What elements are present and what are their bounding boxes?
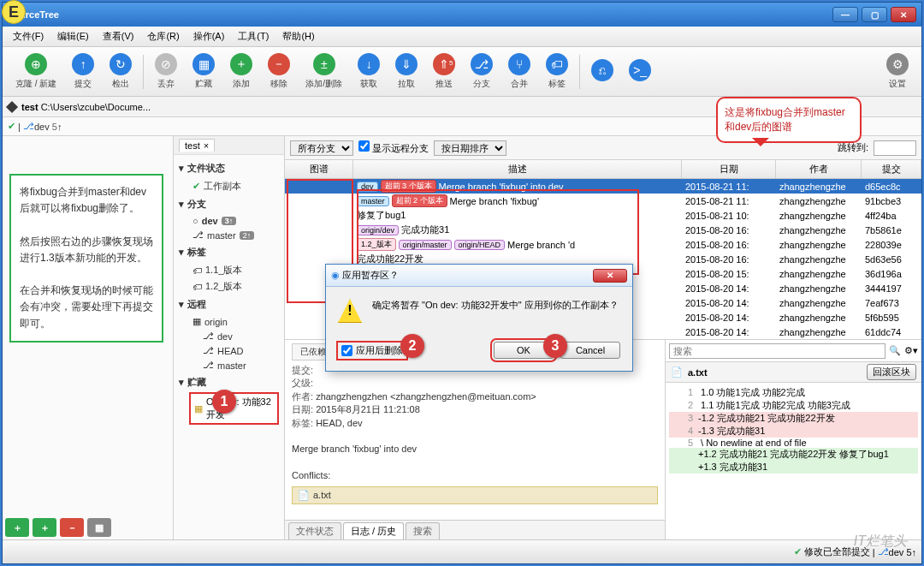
branch-icon: ○ (192, 216, 198, 226)
check-icon: ✔ (192, 181, 200, 192)
tree-origin-dev[interactable]: ⎇dev (179, 329, 279, 343)
conflict-file[interactable]: 📄a.txt (292, 486, 658, 504)
branch-icon: ⎇ (203, 331, 214, 342)
delete-after-apply-checkbox[interactable]: 应用后删除 (338, 343, 406, 359)
col-author[interactable]: 作者 (776, 160, 862, 178)
diff-pane: 🔍 ⚙▾ 📄 a.txt 回滚区块 1 1.0 功能1完成 功能2完成2 1.1… (665, 339, 921, 539)
col-date[interactable]: 日期 (682, 160, 776, 178)
tree-tag-11[interactable]: 🏷1.1_版本 (179, 262, 279, 278)
toolbar-克隆 / 新建[interactable]: ⊕克隆 / 新建 (8, 53, 64, 90)
annotation-callout: 这是将fixbug合并到master和dev后的图谱 (716, 97, 862, 143)
remove-repo-button[interactable]: － (60, 518, 84, 537)
tree-tags[interactable]: ▾ 标签 (179, 242, 279, 262)
tree-filestate[interactable]: ▾ 文件状态 (179, 158, 279, 178)
search-icon[interactable]: 🔍 (889, 345, 901, 356)
col-desc[interactable]: 描述 (353, 160, 682, 178)
current-branch: dev (34, 122, 50, 132)
commit-row[interactable]: origin/dev 完成功能312015-08-20 16:zhangzhen… (285, 223, 921, 237)
tree-tag-12[interactable]: 🏷1.2_版本 (179, 278, 279, 295)
commit-row[interactable]: dev超前 3 个版本 Merge branch 'fixbug' into d… (285, 179, 921, 194)
toolbar- [interactable]: ⎌ (583, 59, 621, 84)
menu-item[interactable]: 工具(T) (231, 30, 275, 43)
close-tab-icon[interactable]: × (204, 140, 209, 151)
tag-icon: 🏷 (192, 282, 202, 292)
annotation-number-1: 1 (212, 390, 236, 414)
close-button[interactable]: ✕ (891, 7, 916, 22)
show-remote-checkbox[interactable]: 显示远程分支 (358, 140, 429, 155)
tree-origin-head[interactable]: ⎇HEAD (179, 343, 279, 358)
toolbar-移除[interactable]: －移除 (260, 53, 298, 90)
repo-tabs: test× (174, 136, 284, 155)
warning-icon (338, 299, 362, 323)
folder-button[interactable]: ▦ (87, 518, 111, 537)
statusbar: ✔ 修改已全部提交 | ⎇ dev 5↑ (3, 539, 921, 563)
tree-branch-dev[interactable]: ○dev 3↑ (179, 214, 279, 228)
footer-tab[interactable]: 文件状态 (288, 522, 341, 539)
add-repo-button[interactable]: ＋ (5, 518, 29, 537)
file-icon: 📄 (671, 366, 683, 378)
dialog-message: 确定将暂存 "On dev: 功能32开发中" 应用到你的工作副本？ (372, 299, 620, 323)
footer-tab[interactable]: 日志 / 历史 (343, 522, 404, 539)
repo-path: C:\Users\zcube\Docume... (41, 102, 151, 112)
menu-item[interactable]: 操作(A) (187, 30, 232, 43)
search-input[interactable] (669, 343, 886, 359)
gear-icon[interactable]: ⚙▾ (904, 345, 918, 356)
commit-row[interactable]: master超前 2 个版本 Merge branch 'fixbug'2015… (285, 194, 921, 208)
toolbar-丢弃[interactable]: ⊘丢弃 (147, 53, 185, 90)
toolbar-获取[interactable]: ↓获取 (350, 53, 388, 90)
tree-workcopy[interactable]: ✔工作副本 (179, 178, 279, 194)
jump-label: 跳转到: (838, 141, 868, 154)
status-ok-icon: ✔ (794, 546, 802, 557)
toolbar-推送[interactable]: ⇑5推送 (425, 53, 463, 90)
menu-item[interactable]: 查看(V) (96, 30, 141, 43)
add-repo-button-2[interactable]: ＋ (33, 518, 56, 537)
toolbar-检出[interactable]: ↻检出 (102, 53, 139, 90)
tree-remote[interactable]: ▾ 远程 (179, 295, 279, 314)
commit-row[interactable]: 1.2_版本origin/masterorigin/HEAD Merge bra… (285, 237, 921, 252)
menu-item[interactable]: 编辑(E) (50, 30, 96, 43)
toolbar-添加/删除[interactable]: ±添加/删除 (298, 53, 350, 90)
toolbar-分支[interactable]: ⎇分支 (463, 53, 500, 90)
toolbar- [interactable]: >_ (621, 59, 659, 84)
dialog-icon: ◉ (331, 270, 340, 281)
toolbar-提交[interactable]: ↑提交 (64, 53, 102, 90)
toolbar-合并[interactable]: ⑂合并 (500, 53, 538, 90)
branch-filter-select[interactable]: 所有分支 (290, 140, 353, 156)
tag-icon: 🏷 (192, 265, 202, 276)
jump-input[interactable] (874, 140, 916, 156)
toolbar-拉取[interactable]: ⇓拉取 (388, 53, 425, 90)
revert-hunk-button[interactable]: 回滚区块 (867, 364, 916, 380)
col-graph[interactable]: 图谱 (285, 160, 353, 178)
menu-item[interactable]: 仓库(R) (140, 30, 186, 43)
minimize-button[interactable]: — (832, 7, 858, 22)
toolbar: ⊕克隆 / 新建↑提交↻检出⊘丢弃▦贮藏＋添加－移除±添加/删除↓获取⇓拉取⇑5… (3, 47, 921, 97)
file-icon: 📄 (298, 489, 310, 502)
watermark: IT烂笔头 (854, 533, 907, 551)
menu-item[interactable]: 文件(F) (6, 30, 50, 43)
branch-icon: ⎇ (192, 229, 204, 241)
dialog-close-button[interactable]: ✕ (593, 269, 627, 283)
tree-branches[interactable]: ▾ 分支 (179, 194, 279, 214)
toolbar-设置[interactable]: ⚙设置 (879, 53, 916, 90)
footer-tab[interactable]: 搜索 (406, 522, 440, 539)
maximize-button[interactable]: ▢ (862, 7, 887, 22)
tree-branch-master[interactable]: ⎇master 2↑ (179, 228, 279, 242)
toolbar-贮藏[interactable]: ▦贮藏 (185, 53, 222, 90)
cancel-button[interactable]: Cancel (560, 342, 620, 359)
toolbar-标签[interactable]: 🏷标签 (538, 53, 576, 90)
commit-labels: HEAD, dev (316, 418, 362, 428)
titlebar[interactable]: SourceTree — ▢ ✕ (3, 3, 921, 27)
commit-row[interactable]: 修复了bug12015-08-21 10:zhangzhengzhe4ff24b… (285, 208, 921, 223)
col-commit[interactable]: 提交 (862, 160, 921, 178)
tree-stash[interactable]: ▾ 贮藏 (179, 372, 279, 392)
repo-tab-test[interactable]: test× (179, 139, 215, 152)
sort-select[interactable]: 按日期排序 (434, 140, 506, 156)
toolbar-添加[interactable]: ＋添加 (222, 53, 260, 90)
tree-origin-master[interactable]: ⎇master (179, 358, 279, 372)
status-ok-icon: ✔ (8, 121, 15, 132)
commit-table-header: 图谱 描述 日期 作者 提交 (285, 160, 921, 179)
branch-icon: ⎇ (203, 345, 214, 356)
menu-item[interactable]: 帮助(H) (275, 30, 321, 43)
dialog-titlebar[interactable]: ◉ 应用暂存区？ ✕ (326, 265, 632, 287)
tree-origin[interactable]: ▦origin (179, 314, 279, 329)
